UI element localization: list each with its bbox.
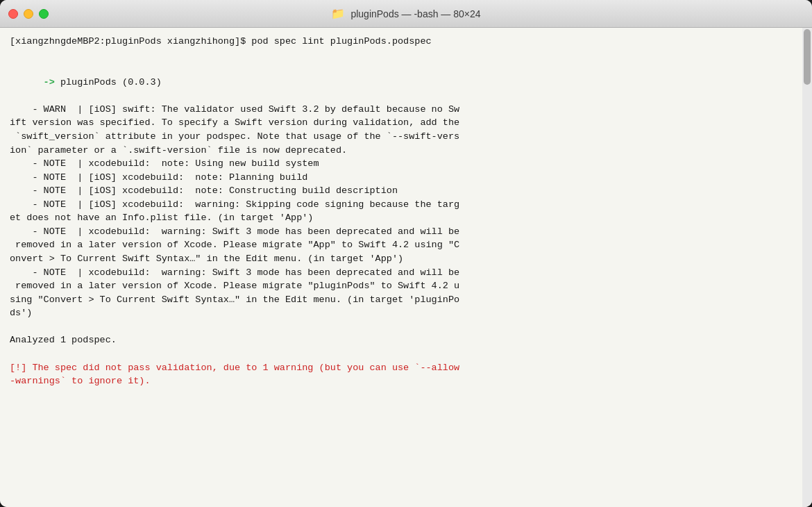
command-prompt: [xiangzhngdeMBP2:pluginPods xiangzhihong… <box>10 35 802 49</box>
error-line-2: -warnings` to ignore it). <box>10 374 802 388</box>
note-line-2: - NOTE | [iOS] xcodebuild: note: Plannin… <box>10 171 802 185</box>
terminal-body[interactable]: [xiangzhngdeMBP2:pluginPods xiangzhihong… <box>0 28 812 507</box>
terminal-window: 📁 pluginPods — -bash — 80×24 [xiangzhngd… <box>0 0 812 507</box>
maximize-button[interactable] <box>39 9 49 19</box>
version-text: pluginPods (0.0.3) <box>55 77 162 88</box>
note-line-6: - NOTE | xcodebuild: warning: Swift 3 mo… <box>10 225 802 239</box>
note-line-7: removed in a later version of Xcode. Ple… <box>10 238 802 252</box>
note-line-12: ds') <box>10 306 802 320</box>
note-line-8: onvert > To Current Swift Syntax…" in th… <box>10 252 802 266</box>
note-line-9: - NOTE | xcodebuild: warning: Swift 3 mo… <box>10 266 802 280</box>
warn-line-4: ion` parameter or a `.swift-version` fil… <box>10 144 802 158</box>
blank-line-2 <box>10 320 802 334</box>
title-text: pluginPods — -bash — 80×24 <box>350 8 480 19</box>
scrollbar-thumb[interactable] <box>804 29 811 85</box>
warn-line-1: - WARN | [iOS] swift: The validator used… <box>10 103 802 117</box>
note-line-10: removed in a later version of Xcode. Ple… <box>10 279 802 293</box>
note-line-5: et does not have an Info.plist file. (in… <box>10 211 802 225</box>
note-line-11: sing "Convert > To Current Swift Syntax…… <box>10 293 802 307</box>
note-line-4: - NOTE | [iOS] xcodebuild: warning: Skip… <box>10 198 802 212</box>
note-line-1: - NOTE | xcodebuild: note: Using new bui… <box>10 157 802 171</box>
warn-line-2: ift version was specified. To specify a … <box>10 116 802 130</box>
arrow-icon: -> <box>44 77 55 88</box>
window-title: 📁 pluginPods — -bash — 80×24 <box>331 7 480 20</box>
close-button[interactable] <box>8 9 18 19</box>
plugin-version-line: -> pluginPods (0.0.3) <box>10 62 802 103</box>
warn-line-3: `swift_version` attribute in your podspe… <box>10 130 802 144</box>
traffic-lights <box>8 9 49 19</box>
minimize-button[interactable] <box>24 9 33 19</box>
blank-line-3 <box>10 347 802 361</box>
error-line-1: [!] The spec did not pass validation, du… <box>10 361 802 375</box>
scrollbar-track[interactable] <box>802 28 812 507</box>
blank-line-1 <box>10 49 802 63</box>
folder-icon: 📁 <box>331 7 345 20</box>
titlebar: 📁 pluginPods — -bash — 80×24 <box>0 0 812 28</box>
analyzed-line: Analyzed 1 podspec. <box>10 333 802 347</box>
note-line-3: - NOTE | [iOS] xcodebuild: note: Constru… <box>10 184 802 198</box>
